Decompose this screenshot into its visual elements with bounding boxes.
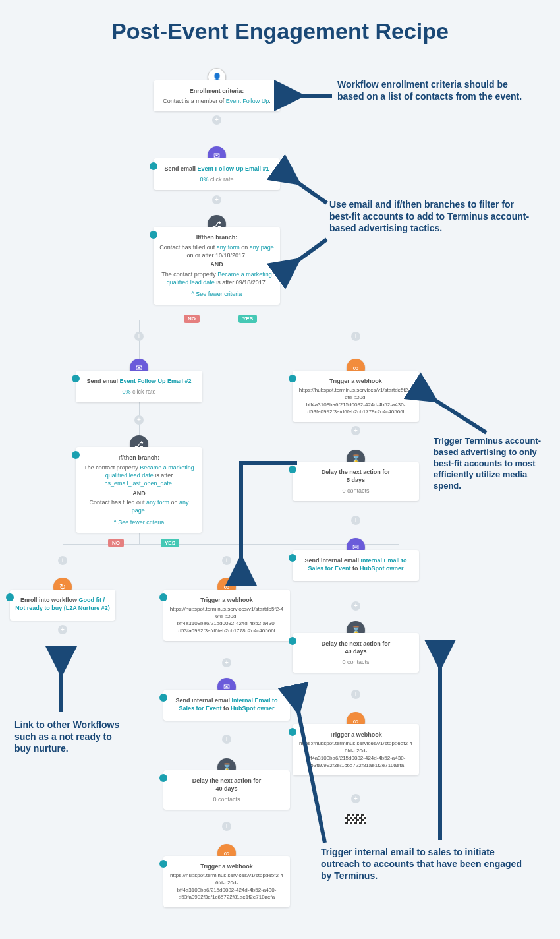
- arrow-icon: [293, 86, 339, 106]
- arrow-icon: [295, 704, 335, 849]
- card-title: Send internal email Internal Email to Sa…: [169, 696, 285, 712]
- arrow-icon: [289, 177, 335, 210]
- and-label: AND: [81, 489, 197, 497]
- status-badge: [159, 694, 167, 702]
- arrow-icon: [289, 236, 335, 269]
- webhook-card[interactable]: Trigger a webhook https://hubspot.termin…: [163, 590, 290, 641]
- card-title: Enrollment criteria:: [159, 87, 275, 95]
- see-fewer-link[interactable]: ^ See fewer criteria: [159, 290, 275, 298]
- arrow-icon: [427, 393, 493, 439]
- criteria-line: Contact has filled out any form on any p…: [159, 243, 275, 259]
- add-step-button[interactable]: +: [134, 415, 144, 425]
- delay-card[interactable]: Delay the next action for40 days 0 conta…: [293, 633, 419, 673]
- card-body: Contact is a member of Event Follow Up.: [159, 97, 275, 105]
- status-badge: [150, 231, 157, 239]
- click-rate: 0% click rate: [159, 175, 275, 183]
- end-marker-icon: [51, 646, 72, 655]
- criteria-line: The contact property Became a marketing …: [81, 464, 197, 487]
- add-step-button[interactable]: +: [58, 625, 67, 634]
- add-step-button[interactable]: +: [351, 516, 360, 525]
- svg-line-5: [298, 708, 325, 843]
- end-marker-icon: [345, 814, 366, 824]
- add-step-button[interactable]: +: [351, 426, 360, 435]
- svg-line-2: [295, 239, 327, 262]
- arrow-icon: [241, 463, 300, 568]
- webhook-card[interactable]: Trigger a webhook https://hubspot.termin…: [163, 856, 290, 907]
- annotation-text: Workflow enrollment criteria should be b…: [337, 78, 528, 102]
- criteria-line: Contact has filled out any form on any p…: [81, 499, 197, 514]
- add-step-button[interactable]: +: [222, 658, 231, 667]
- arrow-icon: [427, 659, 466, 844]
- arrow-icon: [51, 665, 71, 717]
- enrollment-card[interactable]: Enrollment criteria: Contact is a member…: [154, 80, 280, 111]
- branch-yes-tag: YES: [161, 539, 179, 547]
- delay-card[interactable]: Delay the next action for5 days 0 contac…: [293, 462, 419, 501]
- annotation-text: Use email and if/then branches to filter…: [329, 198, 534, 235]
- webhook-url: https://hubspot.terminus.services/v1/sta…: [169, 606, 285, 634]
- svg-line-1: [295, 181, 327, 203]
- webhook-url: https://hubspot.terminus.services/v1/sto…: [169, 872, 285, 901]
- status-badge: [72, 375, 80, 382]
- internal-email-card[interactable]: Send internal email Internal Email to Sa…: [293, 550, 419, 581]
- card-title: Delay the next action for40 days: [169, 777, 285, 793]
- branch-no-tag: NO: [108, 539, 124, 547]
- status-badge: [72, 451, 80, 459]
- add-step-button[interactable]: +: [134, 332, 144, 341]
- status-badge: [159, 860, 167, 868]
- add-step-button[interactable]: +: [222, 735, 231, 744]
- card-title: Send email Event Follow Up Email #1: [159, 165, 275, 173]
- status-badge: [159, 593, 167, 601]
- card-title: Delay the next action for5 days: [298, 468, 414, 484]
- page-title: Post-Event Engagement Recipe: [0, 0, 560, 51]
- status-badge: [159, 774, 167, 782]
- card-title: If/then branch:: [81, 454, 197, 462]
- contact-count: 0 contacts: [298, 487, 414, 495]
- branch-yes-tag: YES: [238, 315, 257, 323]
- card-title: Send internal email Internal Email to Sa…: [298, 557, 414, 572]
- add-step-button[interactable]: +: [351, 794, 360, 803]
- card-title: If/then branch:: [159, 233, 275, 241]
- annotation-text: Link to other Workflows such as a not re…: [14, 719, 120, 755]
- add-step-button[interactable]: +: [222, 822, 231, 831]
- webhook-card[interactable]: Trigger a webhook https://hubspot.termin…: [293, 371, 419, 422]
- send-email-card[interactable]: Send email Event Follow Up Email #2 0% c…: [76, 371, 202, 402]
- contact-count: 0 contacts: [169, 795, 285, 803]
- status-badge: [289, 637, 296, 645]
- internal-email-card[interactable]: Send internal email Internal Email to Sa…: [163, 690, 290, 721]
- add-step-button[interactable]: +: [351, 332, 360, 341]
- add-step-button[interactable]: +: [58, 556, 67, 565]
- card-title: Trigger a webhook: [169, 863, 285, 870]
- status-badge: [6, 593, 14, 601]
- click-rate: 0% click rate: [81, 388, 197, 396]
- status-badge: [289, 375, 296, 382]
- card-title: Enroll into workflow Good fit / Not read…: [15, 596, 110, 612]
- card-title: Send email Event Follow Up Email #2: [81, 377, 197, 385]
- add-step-button[interactable]: +: [212, 115, 221, 125]
- svg-line-3: [432, 398, 486, 433]
- if-then-branch-card[interactable]: If/then branch: Contact has filled out a…: [154, 227, 280, 305]
- see-fewer-link[interactable]: ^ See fewer criteria: [81, 518, 197, 526]
- add-step-button[interactable]: +: [222, 556, 231, 565]
- annotation-text: Trigger Terminus account-based advertisi…: [434, 436, 552, 491]
- card-title: Trigger a webhook: [169, 596, 285, 604]
- criteria-line: The contact property Became a marketing …: [159, 270, 275, 286]
- annotation-text: Trigger internal email to sales to initi…: [321, 846, 525, 882]
- status-badge: [150, 162, 157, 170]
- add-step-button[interactable]: +: [212, 195, 221, 204]
- card-title: Delay the next action for40 days: [298, 640, 414, 655]
- if-then-branch-card[interactable]: If/then branch: The contact property Bec…: [76, 447, 202, 533]
- branch-no-tag: NO: [184, 315, 200, 323]
- contact-count: 0 contacts: [298, 658, 414, 666]
- add-step-button[interactable]: +: [351, 690, 360, 699]
- card-title: Trigger a webhook: [298, 377, 414, 385]
- and-label: AND: [159, 260, 275, 268]
- delay-card[interactable]: Delay the next action for40 days 0 conta…: [163, 770, 290, 810]
- enroll-workflow-card[interactable]: Enroll into workflow Good fit / Not read…: [10, 590, 115, 621]
- send-email-card[interactable]: Send email Event Follow Up Email #1 0% c…: [154, 158, 280, 190]
- add-step-button[interactable]: +: [351, 601, 360, 611]
- webhook-url: https://hubspot.terminus.services/v1/sta…: [298, 387, 414, 415]
